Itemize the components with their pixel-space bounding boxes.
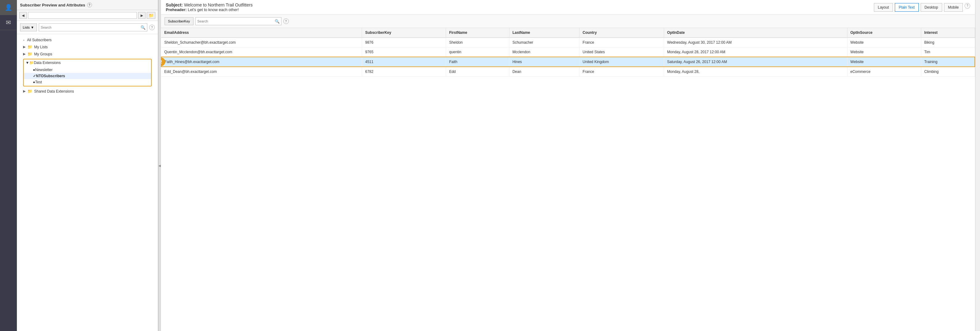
cell-first: Sheldon (446, 38, 509, 48)
cell-interest: Biking (921, 38, 975, 48)
user-icon: 👤 (5, 4, 12, 11)
tree-container: ● All Subscribers ▶ 📁 My Lists ▶ 📁 My Gr… (17, 34, 158, 331)
table-row[interactable]: Sheldon_Schumacher@bh.exacttarget.com 98… (161, 38, 975, 48)
cell-key: 6782 (362, 67, 446, 76)
cell-source: Website (847, 48, 921, 57)
subscriber-search-bar: SubscriberKey 🔍 ? (161, 15, 975, 28)
nav-forward-button[interactable]: ▶ (138, 12, 145, 19)
sidebar-icons: 👤 ✉ (0, 0, 17, 331)
subscriber-key-button[interactable]: SubscriberKey (165, 17, 194, 25)
table-header-row: EmailAddress SubscriberKey FirstName Las… (161, 28, 975, 38)
tree-item-data-extensions[interactable]: ▼ 📁 Data Extensions (24, 59, 151, 66)
data-extensions-section: ▼ 📁 Data Extensions ● Newsletter ✓ NTOSu… (20, 59, 155, 86)
cell-last: Schumacher (509, 38, 579, 48)
subscriber-search-wrap: 🔍 (195, 17, 282, 25)
cell-country: France (579, 67, 664, 76)
search-bar: Lists ▼ 🔍 ? (17, 21, 158, 34)
shared-de-label: Shared Data Extensions (34, 89, 74, 94)
col-last: LastName (509, 28, 579, 38)
tree-item-newsletter[interactable]: ● Newsletter (24, 67, 151, 73)
table-row[interactable]: Quentin_Mcclendon@bh.exacttarget.com 976… (161, 48, 975, 57)
check-icon: ✓ (33, 74, 36, 78)
desktop-button[interactable]: Desktop (921, 3, 942, 12)
cell-country: France (579, 38, 664, 48)
email-sidebar-icon[interactable]: ✉ (0, 15, 17, 30)
layout-button[interactable]: Layout (874, 3, 893, 12)
data-extensions-box: ▼ 📁 Data Extensions ● Newsletter ✓ NTOSu… (23, 59, 152, 86)
col-first: FirstName (446, 28, 509, 38)
nav-folder-button[interactable]: 📁 (147, 12, 155, 19)
cell-country: United States (579, 48, 664, 57)
cell-date: Monday, August 28, (664, 67, 847, 76)
preheader-value: Let's get to know each other! (188, 7, 239, 12)
view-buttons: Layout Plain Text Desktop Mobile ? (874, 3, 970, 12)
expand-icon-shared: ▶ (23, 89, 25, 93)
col-country: Country (579, 28, 664, 38)
col-key: SubscriberKey (362, 28, 446, 38)
panel-help-icon[interactable]: ? (87, 2, 92, 7)
nto-subscribers-label: NTOSubscribers (36, 74, 65, 78)
user-sidebar-icon[interactable]: 👤 (0, 0, 17, 15)
col-optindate: OptInDate (664, 28, 847, 38)
cell-date: Wednesday, August 30, 2017 12:00 AM (664, 38, 847, 48)
cell-email: Faith_Hines@bh.exacttarget.com (161, 57, 362, 67)
folder-icon-my-groups: 📁 (27, 52, 32, 56)
subscriber-search-button[interactable]: 🔍 (273, 18, 281, 25)
email-info: Subject: Welcome to Northern Trail Outfi… (166, 2, 869, 12)
plain-text-button[interactable]: Plain Text (895, 3, 919, 12)
tree-item-all-subscribers[interactable]: ● All Subscribers (17, 37, 158, 43)
panel-title: Subscriber Preview and Attributes (20, 3, 85, 7)
table-area: SubscriberKey 🔍 ? EmailAddress Subscribe… (161, 15, 975, 331)
cell-last: Mcclendon (509, 48, 579, 57)
data-table-wrapper: EmailAddress SubscriberKey FirstName Las… (161, 28, 975, 331)
cell-interest: Training (921, 57, 975, 67)
subscriber-help-icon[interactable]: ? (283, 19, 289, 24)
search-button[interactable]: 🔍 (139, 24, 147, 31)
bullet-icon: ● (23, 39, 25, 41)
nav-bar: ◀ ▶ 📁 (17, 10, 158, 21)
bullet-test: ● (33, 80, 35, 84)
right-panel: Subject: Welcome to Northern Trail Outfi… (161, 0, 975, 331)
search-input[interactable] (39, 25, 139, 30)
right-scrollbar[interactable] (975, 0, 980, 331)
cell-email: Edd_Dean@bh.exacttarget.com (161, 67, 362, 76)
col-email: EmailAddress (161, 28, 362, 38)
search-input-wrap: 🔍 (39, 23, 147, 31)
bullet-newsletter: ● (33, 68, 35, 72)
cell-source: Website (847, 57, 921, 67)
cell-source: eCommerce (847, 67, 921, 76)
subscribers-table: EmailAddress SubscriberKey FirstName Las… (161, 28, 975, 76)
mobile-button[interactable]: Mobile (944, 3, 963, 12)
cell-key: 9876 (362, 38, 446, 48)
folder-icon: 📁 (149, 13, 154, 18)
cell-interest: Climbing (921, 67, 975, 76)
cell-first: Faith (446, 57, 509, 67)
cell-first: quentin (446, 48, 509, 57)
newsletter-label: Newsletter (35, 68, 52, 72)
tree-item-test[interactable]: ● Test (24, 79, 151, 85)
nav-back-button[interactable]: ◀ (19, 12, 27, 19)
my-lists-label: My Lists (34, 45, 48, 49)
lists-dropdown-button[interactable]: Lists ▼ (20, 23, 37, 31)
subject-label: Subject: (166, 2, 184, 7)
nav-path-input[interactable] (28, 12, 137, 19)
panel-splitter[interactable] (158, 0, 161, 331)
cell-key: 9765 (362, 48, 446, 57)
subscriber-search-input[interactable] (196, 19, 273, 24)
tree-item-shared-de[interactable]: ▶ 📁 Shared Data Extensions (17, 88, 158, 95)
tree-item-nto-subscribers[interactable]: ✓ NTOSubscribers (24, 73, 151, 79)
expand-icon-groups: ▶ (23, 52, 25, 56)
cell-key: 4511 (362, 57, 446, 67)
cell-first: Edd (446, 67, 509, 76)
table-row[interactable]: Edd_Dean@bh.exacttarget.com 6782 Edd Dea… (161, 67, 975, 76)
search-help-icon[interactable]: ? (149, 25, 155, 30)
view-help-icon[interactable]: ? (965, 3, 970, 9)
tree-item-my-lists[interactable]: ▶ 📁 My Lists (17, 43, 158, 51)
cell-source: Website (847, 38, 921, 48)
expand-icon: ▶ (23, 45, 25, 49)
preheader-line: Preheader: Let's get to know each other! (166, 7, 869, 12)
de-children: ● Newsletter ✓ NTOSubscribers ● Test (24, 66, 151, 86)
table-row-selected[interactable]: Faith_Hines@bh.exacttarget.com 4511 Fait… (161, 57, 975, 67)
folder-icon-my-lists: 📁 (27, 45, 32, 49)
tree-item-my-groups[interactable]: ▶ 📁 My Groups (17, 51, 158, 57)
